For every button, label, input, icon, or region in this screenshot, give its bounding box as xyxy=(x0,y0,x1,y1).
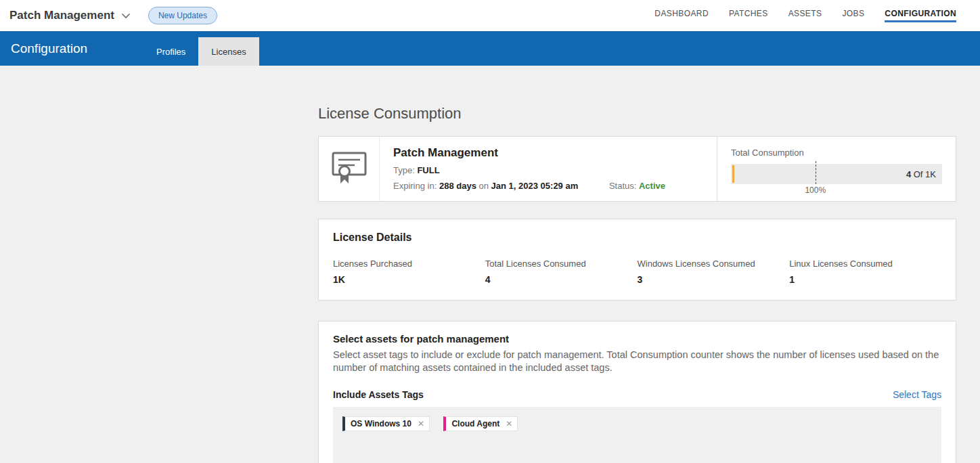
nav-item-configuration[interactable]: CONFIGURATION xyxy=(885,9,956,22)
asset-selection-card: Select assets for patch management Selec… xyxy=(318,321,956,463)
stat-value: 3 xyxy=(638,274,790,285)
nav-item-assets[interactable]: ASSETS xyxy=(788,9,822,22)
include-tags-label: Include Assets Tags xyxy=(333,389,424,400)
license-status-value: Active xyxy=(639,181,665,191)
total-consumption-label: Total Consumption xyxy=(731,148,942,158)
asset-tag-label: OS Windows 10 xyxy=(351,419,411,428)
consumption-progress-bar: 4 Of 1K xyxy=(731,164,942,184)
nav-item-dashboard[interactable]: DASHBOARD xyxy=(654,9,709,22)
nav-item-patches[interactable]: PATCHES xyxy=(729,9,768,22)
main-content: License Consumption Patch Management Typ… xyxy=(0,105,980,463)
app-switcher[interactable]: Patch Management xyxy=(9,9,131,22)
stat-value: 1 xyxy=(789,274,941,285)
consumption-total-text: Of 1K xyxy=(914,169,936,179)
stat-licenses-purchased: Licenses Purchased 1K xyxy=(333,259,485,285)
stat-label: Licenses Purchased xyxy=(333,259,485,269)
consumption-limit-marker xyxy=(816,161,816,184)
included-tags-box: OS Windows 10 ✕ Cloud Agent ✕ xyxy=(333,407,941,463)
asset-selection-description: Select asset tags to include or exclude … xyxy=(333,349,941,374)
app-title: Patch Management xyxy=(9,9,114,22)
tab-profiles[interactable]: Profiles xyxy=(143,37,198,66)
license-type-label: Type: xyxy=(393,165,415,175)
consumption-used-marker xyxy=(732,165,734,183)
consumption-value: 4 Of 1K xyxy=(906,169,936,179)
stat-label: Total Licenses Consumed xyxy=(485,259,638,269)
consumption-used-count: 4 xyxy=(906,169,911,179)
license-type-row: Type: FULL xyxy=(393,165,703,175)
select-tags-link[interactable]: Select Tags xyxy=(893,389,941,400)
license-icon-cell xyxy=(319,137,380,201)
expiring-days: 288 days xyxy=(439,181,476,191)
expiring-date: Jan 1, 2023 05:29 am xyxy=(491,181,579,191)
license-info: Patch Management Type: FULL Expiring in:… xyxy=(380,137,717,201)
license-status-label: Status: xyxy=(609,181,636,191)
stat-label: Linux Licenses Consumed xyxy=(789,259,941,269)
expiring-label: Expiring in: xyxy=(393,181,437,191)
tag-remove-icon[interactable]: ✕ xyxy=(418,419,424,428)
nav-item-jobs[interactable]: JOBS xyxy=(842,9,864,22)
asset-tag: OS Windows 10 ✕ xyxy=(342,416,430,431)
top-bar: Patch Management New Updates DASHBOARD P… xyxy=(0,0,980,31)
stat-value: 1K xyxy=(333,274,485,285)
expiring-conjunction: on xyxy=(479,181,489,191)
stat-linux-consumed: Linux Licenses Consumed 1 xyxy=(789,259,941,285)
stat-label: Windows Licenses Consumed xyxy=(638,259,790,269)
asset-tag-label: Cloud Agent xyxy=(451,419,499,428)
top-navigation: DASHBOARD PATCHES ASSETS JOBS CONFIGURAT… xyxy=(654,9,956,22)
section-tabs: Profiles Licenses xyxy=(143,31,259,66)
license-summary-card: Patch Management Type: FULL Expiring in:… xyxy=(318,136,956,202)
tag-remove-icon[interactable]: ✕ xyxy=(506,419,512,428)
consumption-percent-row: 100% xyxy=(731,185,942,196)
license-certificate-icon xyxy=(332,152,367,187)
total-consumption-panel: Total Consumption 4 Of 1K 100% xyxy=(717,137,956,201)
new-updates-button[interactable]: New Updates xyxy=(148,7,217,24)
asset-tag: Cloud Agent ✕ xyxy=(443,416,518,431)
stat-value: 4 xyxy=(485,274,638,285)
include-tags-row: Include Assets Tags Select Tags xyxy=(333,389,941,400)
license-name: Patch Management xyxy=(393,146,703,160)
asset-selection-title: Select assets for patch management xyxy=(333,333,941,345)
license-details-card: License Details Licenses Purchased 1K To… xyxy=(318,219,956,301)
tab-licenses[interactable]: Licenses xyxy=(198,37,259,66)
page-title: License Consumption xyxy=(318,105,956,123)
consumption-percent-label: 100% xyxy=(805,185,826,195)
license-details-title: License Details xyxy=(333,232,941,244)
license-stats: Licenses Purchased 1K Total Licenses Con… xyxy=(333,259,941,285)
section-title: Configuration xyxy=(11,41,143,56)
chevron-down-icon xyxy=(121,13,131,19)
stat-total-consumed: Total Licenses Consumed 4 xyxy=(485,259,638,285)
section-header: Configuration Profiles Licenses xyxy=(0,31,980,66)
license-type-value: FULL xyxy=(417,165,439,175)
license-expiry-row: Expiring in: 288 days on Jan 1, 2023 05:… xyxy=(393,181,703,191)
stat-windows-consumed: Windows Licenses Consumed 3 xyxy=(638,259,790,285)
